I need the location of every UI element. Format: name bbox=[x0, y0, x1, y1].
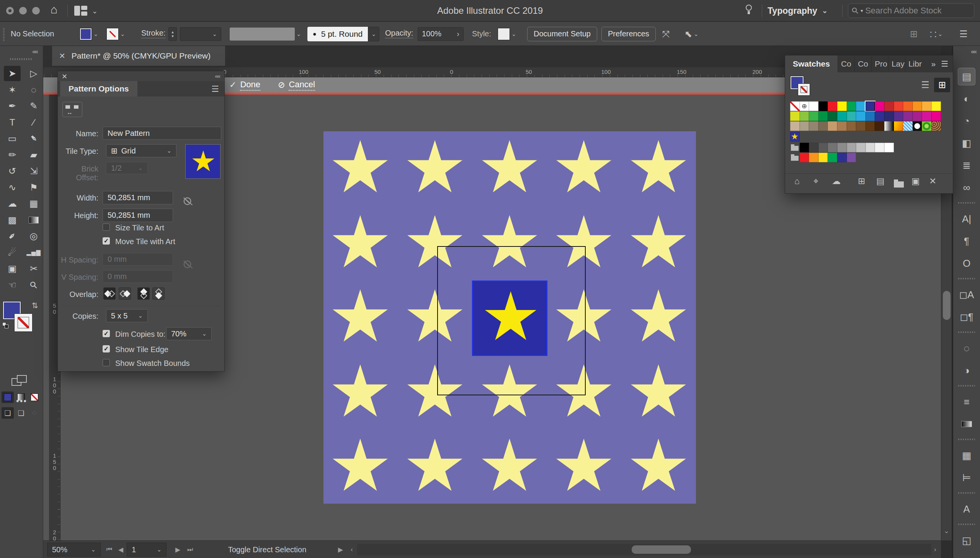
swatch[interactable] bbox=[903, 112, 913, 121]
swatch[interactable] bbox=[856, 102, 865, 111]
swatch[interactable] bbox=[856, 143, 865, 152]
next-artboard-icon[interactable]: ▶ bbox=[175, 543, 180, 556]
swatch-none[interactable] bbox=[790, 102, 800, 111]
swatch-options-icon[interactable]: ▤ bbox=[876, 176, 885, 186]
swatch[interactable] bbox=[809, 153, 818, 162]
workspace-switcher[interactable]: Typography ⌄ bbox=[768, 4, 827, 18]
swatch[interactable] bbox=[884, 143, 894, 152]
status-menu-icon[interactable]: ▶ bbox=[338, 543, 343, 556]
fill-color-control[interactable]: ⌄ bbox=[80, 22, 98, 46]
character-styles-panel-icon[interactable]: ◻A bbox=[958, 286, 975, 303]
width-profile-select[interactable]: ⌄ bbox=[230, 22, 301, 46]
swatch[interactable] bbox=[809, 121, 818, 131]
swatch[interactable] bbox=[884, 121, 894, 131]
done-button[interactable]: ✓ Done bbox=[229, 80, 260, 91]
paragraph-panel-icon[interactable]: ¶ bbox=[958, 233, 975, 249]
selection-tool[interactable]: ➤ bbox=[4, 66, 21, 81]
swatch[interactable] bbox=[856, 121, 865, 131]
dock-group-grip[interactable] bbox=[958, 332, 975, 333]
swatch[interactable] bbox=[800, 112, 809, 121]
shaper-tool[interactable]: ✏ bbox=[4, 147, 21, 162]
show-kinds-icon[interactable]: ⌖ bbox=[814, 176, 818, 186]
collapse-panel-icon[interactable]: «« bbox=[215, 73, 220, 79]
dim-copies-checkbox[interactable]: ✓ bbox=[103, 330, 110, 337]
stroke-weight-select[interactable]: ⌄ bbox=[180, 22, 221, 46]
swap-fill-stroke-icon[interactable]: ⇄ bbox=[31, 302, 40, 309]
eyedropper-tool[interactable]: ✒ bbox=[4, 228, 21, 244]
first-artboard-icon[interactable]: ⏮ bbox=[107, 543, 112, 556]
overlap-bottom-front-button[interactable] bbox=[153, 287, 164, 300]
swatch[interactable] bbox=[903, 121, 913, 131]
swatch[interactable] bbox=[827, 121, 837, 131]
paragraph-styles-panel-icon[interactable]: ◻¶ bbox=[958, 309, 975, 325]
swatch[interactable] bbox=[837, 102, 847, 111]
swatch-selected[interactable] bbox=[865, 102, 875, 111]
new-swatch-icon[interactable]: ▣ bbox=[911, 176, 920, 186]
magic-wand-tool[interactable]: ✶ bbox=[4, 82, 21, 98]
bounding-box-icon[interactable]: ⤧ bbox=[662, 22, 670, 46]
color-group-folder-icon[interactable] bbox=[790, 143, 800, 152]
panel-menu-icon[interactable]: ☰ bbox=[941, 59, 948, 69]
swatch[interactable] bbox=[847, 121, 856, 131]
cloud-sync-icon[interactable]: ☁ bbox=[832, 176, 840, 186]
drag-grip[interactable] bbox=[10, 58, 33, 60]
cancel-button[interactable]: ⊘ Cancel bbox=[278, 80, 315, 91]
rectangle-tool[interactable]: ▭ bbox=[4, 131, 21, 146]
swatch[interactable] bbox=[800, 143, 809, 152]
gradient-tool[interactable] bbox=[25, 212, 42, 228]
panel-menu-icon[interactable]: ☰ bbox=[211, 84, 219, 94]
swatch[interactable] bbox=[931, 112, 941, 121]
zoom-tool[interactable]: ⚲ bbox=[25, 277, 42, 293]
mesh-tool[interactable]: ▩ bbox=[4, 212, 21, 228]
color-guide-tab[interactable]: Co bbox=[854, 56, 871, 72]
color-panel-icon[interactable]: ◐ bbox=[958, 90, 975, 107]
properties-panel-icon[interactable]: ▤ bbox=[958, 68, 975, 85]
stroke-indicator[interactable] bbox=[798, 84, 810, 95]
transparency-panel-icon[interactable]: ◌ bbox=[958, 340, 975, 357]
width-tool[interactable]: ∿ bbox=[4, 180, 21, 195]
eraser-tool[interactable]: ▰ bbox=[25, 147, 42, 162]
grid-snap-icon[interactable]: ⊞ bbox=[910, 22, 918, 46]
close-panel-icon[interactable]: ✕ bbox=[62, 72, 67, 81]
swatch[interactable] bbox=[913, 112, 922, 121]
slice-tool[interactable]: ✂ bbox=[25, 261, 42, 276]
dock-group-grip[interactable] bbox=[958, 492, 975, 494]
swatch[interactable] bbox=[837, 143, 847, 152]
symbols-panel-icon[interactable]: ◱ bbox=[958, 532, 975, 549]
swatch[interactable] bbox=[875, 112, 884, 121]
pattern-star-bright[interactable] bbox=[484, 291, 537, 345]
swatch[interactable] bbox=[875, 121, 884, 131]
draw-inside-button[interactable]: ◌ bbox=[28, 407, 41, 419]
swatch[interactable] bbox=[818, 112, 828, 121]
artboard-number-select[interactable]: 1 ⌄ bbox=[127, 543, 166, 556]
last-artboard-icon[interactable]: ⏭ bbox=[187, 543, 193, 556]
rotate-tool[interactable]: ↺ bbox=[4, 163, 21, 179]
swatch[interactable] bbox=[847, 153, 856, 162]
brush-definition-select[interactable]: ● 5 pt. Round ⌄ bbox=[307, 22, 379, 46]
height-input[interactable]: 50,2851 mm bbox=[103, 208, 173, 222]
swatch[interactable] bbox=[818, 143, 828, 152]
pattern-options-tab[interactable]: Pattern Options bbox=[60, 81, 138, 97]
dock-group-grip[interactable] bbox=[958, 202, 975, 204]
swatch[interactable] bbox=[922, 121, 931, 131]
swatch[interactable] bbox=[856, 112, 865, 121]
copies-select[interactable]: 5 x 5⌄ bbox=[106, 309, 148, 322]
swatch[interactable] bbox=[875, 143, 884, 152]
swatch[interactable] bbox=[809, 102, 818, 111]
swatch[interactable] bbox=[800, 121, 809, 131]
color-tab[interactable]: Co bbox=[837, 56, 854, 72]
swatch[interactable] bbox=[894, 102, 903, 111]
more-tabs-icon[interactable]: » bbox=[931, 59, 936, 69]
collapse-panel-icon[interactable]: «« bbox=[32, 48, 38, 55]
swatch[interactable] bbox=[827, 112, 837, 121]
swatch[interactable] bbox=[790, 112, 800, 121]
swatch[interactable] bbox=[818, 102, 828, 111]
swatch[interactable] bbox=[847, 143, 856, 152]
opacity-label[interactable]: Opacity: bbox=[385, 29, 413, 38]
symbol-sprayer-tool[interactable]: ☄ bbox=[4, 245, 21, 260]
paintbrush-tool[interactable]: ✒ bbox=[25, 131, 42, 146]
stroke-color-control[interactable]: ⌄ bbox=[107, 22, 125, 46]
swatch[interactable] bbox=[903, 102, 913, 111]
document-tab[interactable]: ✕ Pattern* @ 50% (CMYK/GPU Preview) bbox=[52, 46, 225, 66]
preferences-button[interactable]: Preferences bbox=[601, 22, 656, 46]
